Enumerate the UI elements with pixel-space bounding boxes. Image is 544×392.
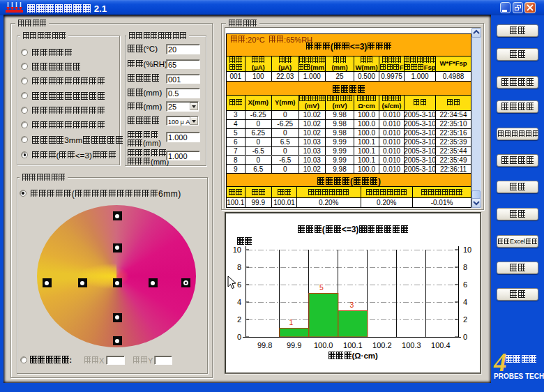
svg-text:10: 10 [463,246,471,254]
svg-text:100.4: 100.4 [431,341,451,349]
svg-text:99.9: 99.9 [287,341,301,349]
svg-text:100.1: 100.1 [343,341,363,349]
svg-text:10: 10 [233,246,241,254]
svg-text:4: 4 [463,298,467,306]
svg-text:8: 8 [237,263,241,271]
svg-text:8: 8 [463,263,467,271]
svg-text:4: 4 [237,298,241,306]
svg-text:100.3: 100.3 [402,341,421,349]
svg-text:2: 2 [463,315,467,324]
svg-text:6: 6 [463,280,467,289]
svg-text:5: 5 [319,283,324,292]
svg-text:3: 3 [350,301,354,309]
svg-text:6: 6 [237,280,241,289]
svg-text:1: 1 [289,318,294,326]
svg-text:2: 2 [237,315,241,324]
svg-text:100.2: 100.2 [372,341,392,349]
svg-text:0: 0 [463,333,467,341]
svg-text:0: 0 [237,333,241,341]
svg-text:99.8: 99.8 [257,341,272,349]
svg-text:100.0: 100.0 [314,341,333,349]
